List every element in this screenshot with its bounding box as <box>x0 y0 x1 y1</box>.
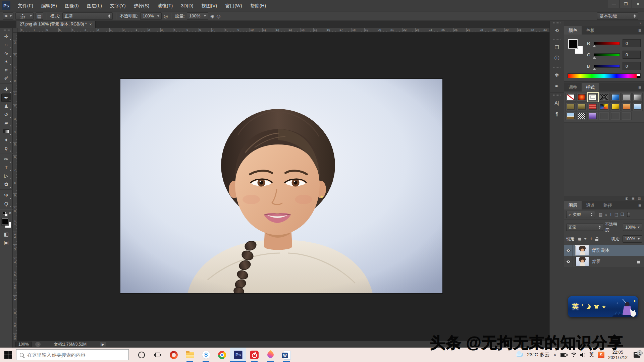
blend-mode-select[interactable]: 正常 <box>62 12 113 20</box>
quick-mask-button[interactable]: ◧ <box>1 230 11 238</box>
style-swatch[interactable] <box>588 112 598 120</box>
vertical-ruler[interactable]: 32101234567891011121314151617181920 <box>13 33 17 341</box>
taskbar-app-sogou-browser[interactable]: S <box>198 348 214 362</box>
channel-value-field[interactable]: 0 <box>623 39 641 47</box>
color-panel-menu-icon[interactable]: ≣ <box>638 26 644 35</box>
style-swatch[interactable] <box>566 102 576 111</box>
smart-object-filter-icon[interactable]: ❐ <box>621 212 624 217</box>
history-brush-tool[interactable]: ↺ <box>1 110 11 119</box>
character-panel-icon[interactable]: A| <box>551 98 562 107</box>
style-swatch[interactable] <box>610 102 621 111</box>
style-swatch[interactable] <box>621 102 632 111</box>
style-swatch[interactable] <box>566 93 576 102</box>
panel-group-grip[interactable] <box>553 22 560 23</box>
lock-paint-icon[interactable]: ✒ <box>584 237 587 241</box>
shape-layer-filter-icon[interactable]: ⬚ <box>614 212 618 217</box>
info-panel-icon[interactable]: ⓘ <box>551 54 562 63</box>
type-layer-filter-icon[interactable]: T <box>610 212 612 217</box>
style-swatch[interactable] <box>599 112 609 120</box>
taskbar-search-box[interactable] <box>16 349 129 360</box>
layer-thumbnail[interactable] <box>576 246 589 255</box>
style-swatch[interactable] <box>599 93 609 102</box>
type-tool[interactable]: T <box>1 163 11 172</box>
zoom-level-field[interactable]: 100% <box>15 342 32 347</box>
tab-样式[interactable]: 样式 <box>582 83 599 92</box>
channel-slider[interactable] <box>594 42 620 45</box>
search-input[interactable] <box>27 352 125 358</box>
document-tab[interactable]: 27.png @ 100% (背景 副本, RGB/8) * × <box>16 21 96 28</box>
properties-panel-icon[interactable]: ❒ <box>551 43 562 52</box>
star-icon[interactable]: ★ <box>602 304 606 309</box>
layer-filter-toggle[interactable] <box>627 212 630 217</box>
adjustment-layer-filter-icon[interactable]: ◒ <box>605 212 607 217</box>
ime-status-bar[interactable]: 英 ’ ★ <box>568 296 638 317</box>
toggle-brush-panel-button[interactable]: ▤ <box>36 12 43 20</box>
dodge-tool[interactable]: ϙ <box>1 144 11 152</box>
tablet-pressure-size-icon[interactable]: ◎ <box>216 13 220 19</box>
color-spectrum-ramp[interactable] <box>568 73 641 78</box>
channel-slider[interactable] <box>594 65 620 68</box>
panel-group-grip[interactable] <box>553 39 560 40</box>
lock-transparent-icon[interactable]: ▦ <box>578 237 581 241</box>
battery-icon[interactable] <box>560 353 567 357</box>
flow-select[interactable]: 100% <box>187 12 208 20</box>
taskbar-app-netease-music[interactable] <box>246 348 262 362</box>
restore-button[interactable]: ❐ <box>620 0 632 8</box>
layer-thumbnail[interactable] <box>576 257 589 266</box>
status-page-icon[interactable]: ◔ <box>35 342 41 347</box>
zoom-tool[interactable]: Ϙ <box>1 199 11 208</box>
pen-tool[interactable]: ✑ <box>1 155 11 163</box>
panel-foreground-swatch[interactable] <box>568 39 578 49</box>
weather-icon[interactable] <box>516 353 523 357</box>
taskbar-app-media-app[interactable] <box>262 348 278 362</box>
brush-tool[interactable]: ✒ <box>1 94 11 102</box>
style-swatch[interactable] <box>610 93 621 102</box>
style-swatch[interactable] <box>632 102 643 111</box>
tool-preset-picker[interactable]: ✒ <box>3 12 13 20</box>
moon-icon[interactable] <box>586 304 591 309</box>
taskbar-app-cortana[interactable] <box>133 348 150 362</box>
channel-value-field[interactable]: 0 <box>623 51 641 59</box>
layer-visibility-toggle[interactable] <box>564 245 573 256</box>
taskbar-app-file-explorer[interactable] <box>182 348 198 362</box>
marquee-tool[interactable]: ◌ <box>1 41 11 49</box>
minimize-button[interactable]: — <box>608 0 620 8</box>
style-swatch[interactable] <box>621 93 632 102</box>
action-center-button[interactable]: 1 <box>631 352 643 358</box>
taskbar-app-word[interactable]: W <box>278 348 294 362</box>
opacity-select[interactable]: 100% <box>140 12 162 20</box>
layer-row[interactable]: 背景 副本 <box>564 245 644 256</box>
pixel-layer-filter-icon[interactable]: ▤ <box>599 212 602 217</box>
brush-panel-icon[interactable]: ✒ <box>551 81 562 90</box>
tab-调整[interactable]: 调整 <box>564 83 582 92</box>
taskbar-app-chrome[interactable] <box>214 348 230 362</box>
menu-item-9[interactable]: 窗口(W) <box>221 0 246 11</box>
eyedropper-tool[interactable]: ✐ <box>1 74 11 82</box>
menu-item-5[interactable]: 选择(S) <box>130 0 154 11</box>
paragraph-panel-icon[interactable]: ¶ <box>551 109 562 118</box>
style-swatch[interactable] <box>577 93 587 102</box>
airbrush-icon[interactable]: ◉ <box>210 13 214 19</box>
crop-tool[interactable]: ⌗ <box>1 66 11 74</box>
gradient-tool[interactable] <box>1 127 11 135</box>
style-swatch[interactable] <box>577 112 587 120</box>
tab-色板[interactable]: 色板 <box>582 26 599 35</box>
menu-item-1[interactable]: 编辑(E) <box>37 0 61 11</box>
menu-item-7[interactable]: 3D(D) <box>177 0 197 11</box>
brush-presets-panel-icon[interactable]: ✾ <box>551 70 562 79</box>
taskbar-app-photoshop[interactable]: Ps <box>230 348 246 362</box>
magic-wand-tool[interactable]: ✶ <box>1 57 11 66</box>
foreground-background-swatches[interactable] <box>2 219 11 228</box>
panel-strip-icon[interactable]: ▣ <box>632 197 635 200</box>
healing-brush-tool[interactable]: ✚ <box>1 85 11 94</box>
panel-group-grip[interactable] <box>553 95 560 96</box>
custom-shape-tool[interactable]: ✿ <box>1 180 11 188</box>
screen-mode-button[interactable]: ▣ <box>1 238 11 247</box>
blur-tool[interactable]: ♦ <box>1 135 11 144</box>
slider-thumb[interactable] <box>593 56 596 59</box>
menu-item-3[interactable]: 图层(L) <box>83 0 106 11</box>
menu-item-0[interactable]: 文件(F) <box>14 0 37 11</box>
menu-item-6[interactable]: 滤镜(T) <box>153 0 177 11</box>
channel-value-field[interactable]: 0 <box>623 62 641 70</box>
channel-slider[interactable] <box>594 53 620 56</box>
